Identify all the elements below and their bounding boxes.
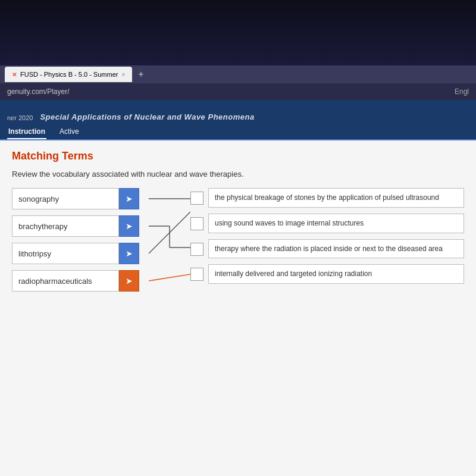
terms-column: sonography ➤ brachytherapy ➤ lithotripsy — [12, 188, 149, 292]
def-checkbox-3[interactable] — [190, 243, 203, 256]
def-box-1: the physical breakage of stones by the a… — [208, 188, 464, 208]
definition-row-3: therapy where the radiation is placed in… — [190, 239, 464, 259]
tab-instruction[interactable]: Instruction — [7, 125, 46, 139]
main-content: Matching Terms Review the vocabulary ass… — [0, 140, 476, 414]
section-title: Special Applications of Nuclear and Wave… — [40, 112, 254, 121]
bottom-spacer — [0, 414, 476, 476]
browser-chrome: ✕ FUSD - Physics B - 5.0 - Summer × + — [0, 65, 476, 83]
new-tab-button[interactable]: + — [134, 69, 147, 80]
def-checkbox-1[interactable] — [190, 192, 203, 205]
connections-svg — [149, 188, 190, 295]
definition-row-2: using sound waves to image internal stru… — [190, 214, 464, 233]
arrow-icon-lithotripsy: ➤ — [126, 249, 133, 258]
arrow-btn-radiopharmaceuticals[interactable]: ➤ — [119, 270, 139, 292]
semester-label: ner 2020 — [7, 114, 33, 121]
term-row-radiopharmaceuticals: radiopharmaceuticals ➤ — [12, 270, 149, 292]
arrow-btn-lithotripsy[interactable]: ➤ — [119, 243, 139, 264]
definition-row-1: the physical breakage of stones by the a… — [190, 188, 464, 208]
def-checkbox-2[interactable] — [190, 217, 203, 230]
active-tab[interactable]: ✕ FUSD - Physics B - 5.0 - Summer × — [5, 67, 132, 82]
connector-area — [149, 188, 190, 295]
term-row-sonography: sonography ➤ — [12, 188, 149, 209]
tab-bar: ✕ FUSD - Physics B - 5.0 - Summer × + — [5, 67, 148, 82]
lms-header: ner 2020 Special Applications of Nuclear… — [0, 100, 476, 124]
term-box-lithotripsy: lithotripsy — [12, 243, 119, 264]
term-row-brachytherapy: brachytherapy ➤ — [12, 215, 149, 237]
tab-active[interactable]: Active — [58, 125, 80, 138]
term-box-radiopharmaceuticals: radiopharmaceuticals — [12, 270, 119, 292]
def-checkbox-4[interactable] — [190, 268, 203, 281]
url-display: genuity.com/Player/ — [7, 87, 70, 96]
matching-wrapper: sonography ➤ brachytherapy ➤ lithotripsy — [12, 188, 464, 295]
language-indicator: Engl — [455, 87, 469, 96]
term-box-brachytherapy: brachytherapy — [12, 215, 119, 237]
address-bar: genuity.com/Player/ Engl — [0, 83, 476, 100]
arrow-icon-radiopharmaceuticals: ➤ — [126, 276, 133, 286]
term-row-lithotripsy: lithotripsy ➤ — [12, 243, 149, 264]
tab-label: FUSD - Physics B - 5.0 - Summer — [20, 71, 118, 78]
instructions-text: Review the vocabulary associated with nu… — [12, 170, 464, 178]
page-title: Matching Terms — [12, 150, 464, 162]
term-box-sonography: sonography — [12, 188, 119, 209]
definitions-column: the physical breakage of stones by the a… — [190, 188, 464, 284]
arrow-btn-brachytherapy[interactable]: ➤ — [119, 215, 139, 237]
arrow-icon-sonography: ➤ — [126, 194, 133, 203]
nav-tabs: Instruction Active — [0, 124, 476, 140]
arrow-icon-brachytherapy: ➤ — [126, 221, 133, 231]
definition-row-4: internally delivered and targeted ionizi… — [190, 264, 464, 284]
top-dark-area — [0, 0, 476, 65]
def-box-4: internally delivered and targeted ionizi… — [208, 264, 464, 284]
tab-x-icon: ✕ — [12, 71, 17, 78]
def-box-2: using sound waves to image internal stru… — [208, 214, 464, 233]
arrow-btn-sonography[interactable]: ➤ — [119, 188, 139, 209]
tab-close-btn[interactable]: × — [121, 71, 125, 78]
def-box-3: therapy where the radiation is placed in… — [208, 239, 464, 259]
svg-line-5 — [149, 274, 190, 281]
